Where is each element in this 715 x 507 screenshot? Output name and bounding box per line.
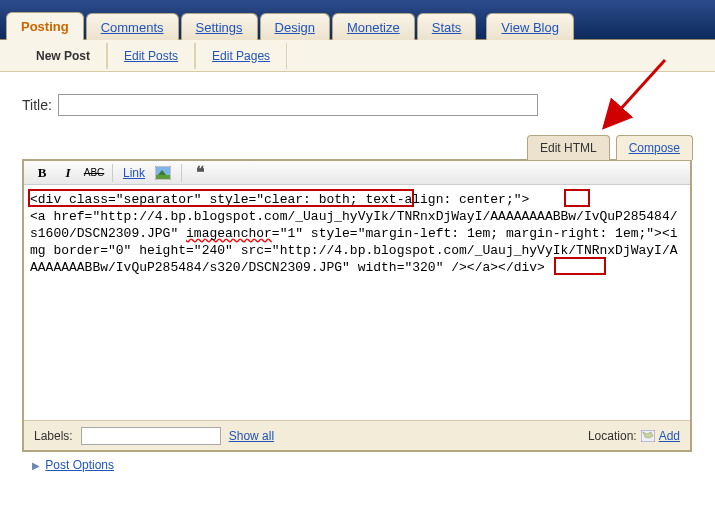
strikethrough-button[interactable]: ABC: [82, 163, 106, 183]
image-button[interactable]: [151, 163, 175, 183]
add-location-link[interactable]: Add: [659, 429, 680, 443]
link-button[interactable]: Link: [119, 163, 149, 183]
tab-posting[interactable]: Posting: [6, 12, 84, 40]
location-label: Location:: [588, 429, 637, 443]
tab-settings[interactable]: Settings: [181, 13, 258, 40]
editor-toolbar: B I ABC Link ❝: [24, 161, 690, 185]
tab-stats[interactable]: Stats: [417, 13, 477, 40]
edit-html-button[interactable]: Edit HTML: [527, 135, 610, 160]
expand-icon: ▶: [32, 460, 40, 471]
tab-design[interactable]: Design: [260, 13, 330, 40]
tab-comments[interactable]: Comments: [86, 13, 179, 40]
sub-tabs: New Post Edit Posts Edit Pages: [0, 40, 715, 72]
blockquote-button[interactable]: ❝: [188, 163, 212, 183]
separator: [181, 164, 182, 182]
title-label: Title:: [22, 97, 52, 113]
tab-view-blog[interactable]: View Blog: [486, 13, 574, 40]
map-icon: [641, 430, 655, 442]
subtab-new-post[interactable]: New Post: [20, 43, 107, 69]
image-icon: [155, 166, 171, 180]
italic-button[interactable]: I: [56, 163, 80, 183]
editor: B I ABC Link ❝ <div class="separator" st: [22, 159, 692, 452]
svg-rect-4: [156, 175, 170, 179]
html-editor-textarea[interactable]: <div class="separator" style="clear: bot…: [24, 185, 690, 420]
labels-label: Labels:: [34, 429, 73, 443]
labels-input[interactable]: [81, 427, 221, 445]
separator: [112, 164, 113, 182]
tab-monetize[interactable]: Monetize: [332, 13, 415, 40]
title-input[interactable]: [58, 94, 538, 116]
post-options-link[interactable]: Post Options: [45, 458, 114, 472]
subtab-edit-posts[interactable]: Edit Posts: [107, 43, 195, 69]
show-all-link[interactable]: Show all: [229, 429, 274, 443]
compose-button[interactable]: Compose: [616, 135, 693, 160]
labels-bar: Labels: Show all Location: Add: [24, 420, 690, 450]
bold-button[interactable]: B: [30, 163, 54, 183]
main-tabs: Posting Comments Settings Design Monetiz…: [0, 0, 715, 40]
subtab-edit-pages[interactable]: Edit Pages: [195, 43, 287, 69]
